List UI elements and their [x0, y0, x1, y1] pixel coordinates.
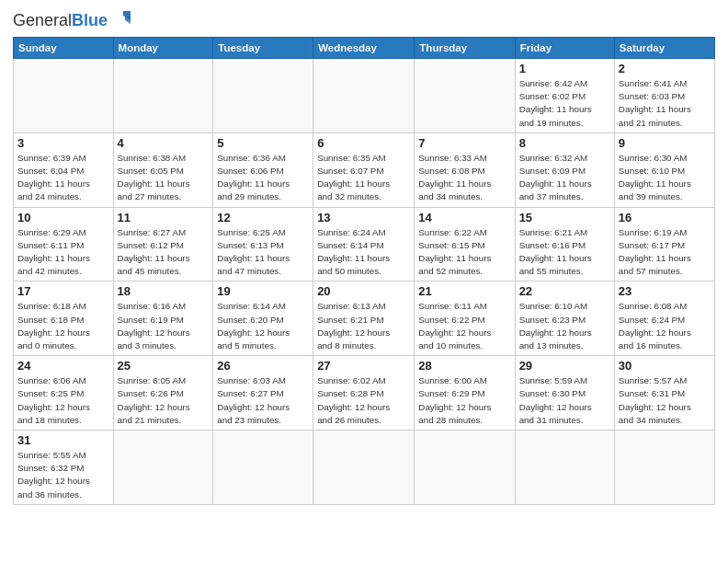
week-row-4: 17Sunrise: 6:18 AMSunset: 6:18 PMDayligh…	[14, 282, 715, 356]
calendar-cell: 30Sunrise: 5:57 AMSunset: 6:31 PMDayligh…	[614, 356, 714, 431]
calendar-cell: 18Sunrise: 6:16 AMSunset: 6:19 PMDayligh…	[113, 282, 213, 356]
day-info: Sunrise: 6:41 AMSunset: 6:03 PMDaylight:…	[619, 77, 711, 130]
day-number: 26	[217, 359, 309, 373]
day-info: Sunrise: 6:30 AMSunset: 6:10 PMDaylight:…	[619, 152, 711, 204]
week-row-1: 1Sunrise: 6:42 AMSunset: 6:02 PMDaylight…	[14, 59, 715, 133]
calendar-cell	[415, 431, 515, 505]
day-info: Sunrise: 6:25 AMSunset: 6:13 PMDaylight:…	[217, 226, 309, 279]
day-number: 22	[519, 284, 610, 298]
calendar-cell: 10Sunrise: 6:29 AMSunset: 6:11 PMDayligh…	[14, 207, 114, 282]
day-info: Sunrise: 6:06 AMSunset: 6:25 PMDaylight:…	[17, 374, 109, 427]
week-row-2: 3Sunrise: 6:39 AMSunset: 6:04 PMDaylight…	[14, 132, 715, 207]
day-number: 18	[118, 284, 210, 298]
calendar-cell: 7Sunrise: 6:33 AMSunset: 6:08 PMDaylight…	[415, 132, 515, 207]
day-number: 23	[619, 284, 711, 298]
calendar-cell	[313, 59, 415, 133]
day-number: 28	[418, 359, 510, 373]
calendar-cell: 17Sunrise: 6:18 AMSunset: 6:18 PMDayligh…	[14, 282, 114, 356]
day-info: Sunrise: 6:00 AMSunset: 6:29 PMDaylight:…	[418, 374, 510, 427]
day-info: Sunrise: 5:55 AMSunset: 6:32 PMDaylight:…	[17, 449, 109, 501]
calendar-cell: 28Sunrise: 6:00 AMSunset: 6:29 PMDayligh…	[415, 356, 515, 431]
day-info: Sunrise: 6:22 AMSunset: 6:15 PMDaylight:…	[418, 226, 510, 279]
weekday-header-friday: Friday	[515, 38, 614, 59]
calendar-cell: 12Sunrise: 6:25 AMSunset: 6:13 PMDayligh…	[213, 207, 313, 282]
day-number: 17	[17, 284, 109, 298]
day-number: 24	[17, 359, 109, 373]
calendar-table: SundayMondayTuesdayWednesdayThursdayFrid…	[13, 37, 715, 505]
day-info: Sunrise: 6:21 AMSunset: 6:16 PMDaylight:…	[519, 226, 610, 279]
day-info: Sunrise: 6:10 AMSunset: 6:23 PMDaylight:…	[519, 300, 610, 352]
day-number: 6	[317, 136, 410, 150]
day-info: Sunrise: 6:42 AMSunset: 6:02 PMDaylight:…	[519, 77, 610, 130]
calendar-cell	[515, 431, 614, 505]
day-number: 27	[317, 359, 410, 373]
svg-marker-2	[125, 17, 131, 24]
weekday-header-row: SundayMondayTuesdayWednesdayThursdayFrid…	[14, 38, 715, 59]
day-number: 14	[418, 211, 510, 224]
logo-triangle-icon	[110, 9, 132, 31]
calendar-cell: 9Sunrise: 6:30 AMSunset: 6:10 PMDaylight…	[614, 132, 714, 207]
header: GeneralBlue	[13, 9, 715, 31]
logo: GeneralBlue	[13, 9, 132, 31]
day-number: 11	[118, 211, 210, 224]
week-row-6: 31Sunrise: 5:55 AMSunset: 6:32 PMDayligh…	[14, 431, 715, 505]
logo-wordmark: GeneralBlue	[13, 9, 132, 31]
day-info: Sunrise: 5:59 AMSunset: 6:30 PMDaylight:…	[519, 374, 610, 427]
day-number: 25	[118, 359, 210, 373]
day-number: 29	[519, 359, 610, 373]
day-info: Sunrise: 6:35 AMSunset: 6:07 PMDaylight:…	[317, 152, 410, 204]
calendar-cell: 14Sunrise: 6:22 AMSunset: 6:15 PMDayligh…	[415, 207, 515, 282]
day-info: Sunrise: 6:11 AMSunset: 6:22 PMDaylight:…	[418, 300, 510, 352]
day-info: Sunrise: 6:38 AMSunset: 6:05 PMDaylight:…	[118, 152, 210, 204]
calendar-cell: 21Sunrise: 6:11 AMSunset: 6:22 PMDayligh…	[415, 282, 515, 356]
calendar-cell: 6Sunrise: 6:35 AMSunset: 6:07 PMDaylight…	[313, 132, 415, 207]
calendar-cell	[113, 431, 213, 505]
calendar-page: GeneralBlue SundayMondayTuesdayWednesday…	[0, 0, 728, 563]
day-number: 15	[519, 211, 610, 224]
weekday-header-thursday: Thursday	[415, 38, 515, 59]
calendar-cell	[113, 59, 213, 133]
weekday-header-saturday: Saturday	[614, 38, 714, 59]
day-number: 31	[17, 433, 109, 447]
calendar-cell: 4Sunrise: 6:38 AMSunset: 6:05 PMDaylight…	[113, 132, 213, 207]
calendar-cell: 8Sunrise: 6:32 AMSunset: 6:09 PMDaylight…	[515, 132, 614, 207]
day-info: Sunrise: 6:03 AMSunset: 6:27 PMDaylight:…	[217, 374, 309, 427]
calendar-cell: 13Sunrise: 6:24 AMSunset: 6:14 PMDayligh…	[313, 207, 415, 282]
calendar-cell	[213, 59, 313, 133]
calendar-cell	[415, 59, 515, 133]
week-row-3: 10Sunrise: 6:29 AMSunset: 6:11 PMDayligh…	[14, 207, 715, 282]
calendar-cell: 31Sunrise: 5:55 AMSunset: 6:32 PMDayligh…	[14, 431, 114, 505]
calendar-cell: 22Sunrise: 6:10 AMSunset: 6:23 PMDayligh…	[515, 282, 614, 356]
day-info: Sunrise: 6:13 AMSunset: 6:21 PMDaylight:…	[317, 300, 410, 352]
calendar-cell: 11Sunrise: 6:27 AMSunset: 6:12 PMDayligh…	[113, 207, 213, 282]
day-number: 5	[217, 136, 309, 150]
day-info: Sunrise: 6:18 AMSunset: 6:18 PMDaylight:…	[17, 300, 109, 352]
day-info: Sunrise: 6:24 AMSunset: 6:14 PMDaylight:…	[317, 226, 410, 279]
day-info: Sunrise: 6:08 AMSunset: 6:24 PMDaylight:…	[619, 300, 711, 352]
day-number: 3	[17, 136, 109, 150]
week-row-5: 24Sunrise: 6:06 AMSunset: 6:25 PMDayligh…	[14, 356, 715, 431]
day-info: Sunrise: 6:16 AMSunset: 6:19 PMDaylight:…	[118, 300, 210, 352]
calendar-cell: 16Sunrise: 6:19 AMSunset: 6:17 PMDayligh…	[614, 207, 714, 282]
calendar-cell: 27Sunrise: 6:02 AMSunset: 6:28 PMDayligh…	[313, 356, 415, 431]
day-number: 16	[619, 211, 711, 224]
weekday-header-tuesday: Tuesday	[213, 38, 313, 59]
day-number: 12	[217, 211, 309, 224]
calendar-cell: 15Sunrise: 6:21 AMSunset: 6:16 PMDayligh…	[515, 207, 614, 282]
day-number: 30	[619, 359, 711, 373]
day-number: 7	[418, 136, 510, 150]
day-number: 4	[118, 136, 210, 150]
calendar-cell: 5Sunrise: 6:36 AMSunset: 6:06 PMDaylight…	[213, 132, 313, 207]
day-number: 9	[619, 136, 711, 150]
calendar-cell: 19Sunrise: 6:14 AMSunset: 6:20 PMDayligh…	[213, 282, 313, 356]
calendar-cell: 25Sunrise: 6:05 AMSunset: 6:26 PMDayligh…	[113, 356, 213, 431]
calendar-cell	[213, 431, 313, 505]
day-number: 2	[619, 62, 711, 75]
day-number: 10	[17, 211, 109, 224]
calendar-cell: 23Sunrise: 6:08 AMSunset: 6:24 PMDayligh…	[614, 282, 714, 356]
day-info: Sunrise: 6:19 AMSunset: 6:17 PMDaylight:…	[619, 226, 711, 279]
day-info: Sunrise: 6:36 AMSunset: 6:06 PMDaylight:…	[217, 152, 309, 204]
weekday-header-monday: Monday	[113, 38, 213, 59]
day-info: Sunrise: 5:57 AMSunset: 6:31 PMDaylight:…	[619, 374, 711, 427]
day-info: Sunrise: 6:05 AMSunset: 6:26 PMDaylight:…	[118, 374, 210, 427]
